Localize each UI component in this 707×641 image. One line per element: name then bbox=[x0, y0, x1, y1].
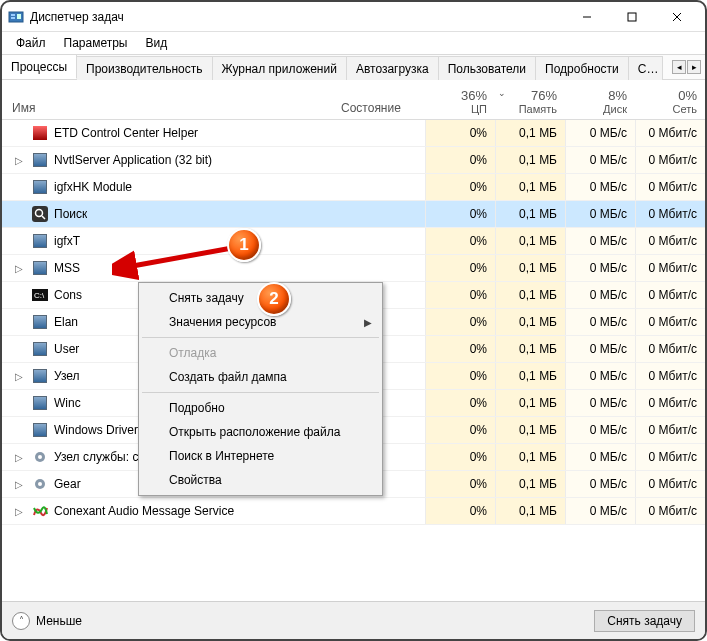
tab-app-history[interactable]: Журнал приложений bbox=[213, 56, 347, 80]
col-disk[interactable]: 8% Диск bbox=[565, 80, 635, 119]
svg-text:C:\: C:\ bbox=[34, 291, 45, 300]
table-row[interactable]: ▷NvtlServer Application (32 bit)0%0,1 МБ… bbox=[2, 147, 705, 174]
window-title: Диспетчер задач bbox=[30, 10, 564, 24]
memory-cell: 0,1 МБ bbox=[495, 147, 565, 173]
context-menu-item[interactable]: Свойства bbox=[141, 468, 380, 492]
tab-scroll-left[interactable]: ◂ bbox=[672, 60, 686, 74]
memory-label: Память bbox=[504, 103, 557, 115]
red-shield-icon bbox=[32, 125, 48, 141]
cpu-cell: 0% bbox=[425, 498, 495, 524]
table-row[interactable]: ▷Conexant Audio Message Service0%0,1 МБ0… bbox=[2, 498, 705, 525]
end-task-button[interactable]: Снять задачу bbox=[594, 610, 695, 632]
close-button[interactable] bbox=[654, 2, 699, 31]
process-name: Conexant Audio Message Service bbox=[54, 504, 234, 518]
col-network[interactable]: 0% Сеть bbox=[635, 80, 705, 119]
context-menu-item[interactable]: Создать файл дампа bbox=[141, 365, 380, 389]
table-row[interactable]: igfxT0%0,1 МБ0 МБ/с0 Мбит/с bbox=[2, 228, 705, 255]
search-icon bbox=[32, 206, 48, 222]
svg-rect-5 bbox=[628, 13, 636, 21]
blue-app-icon bbox=[32, 260, 48, 276]
col-cpu[interactable]: 36% ЦП bbox=[425, 80, 495, 119]
disk-percent: 8% bbox=[574, 88, 627, 103]
svg-point-16 bbox=[38, 482, 42, 486]
expand-icon[interactable]: ▷ bbox=[12, 371, 26, 382]
disk-cell: 0 МБ/с bbox=[565, 309, 635, 335]
sort-indicator: ⌄ bbox=[498, 88, 506, 98]
net-cell: 0 Мбит/с bbox=[635, 336, 705, 362]
context-menu-item[interactable]: Поиск в Интернете bbox=[141, 444, 380, 468]
tab-performance[interactable]: Производительность bbox=[77, 56, 212, 80]
net-cell: 0 Мбит/с bbox=[635, 174, 705, 200]
expand-icon[interactable]: ▷ bbox=[12, 506, 26, 517]
table-row[interactable]: igfxHK Module0%0,1 МБ0 МБ/с0 Мбит/с bbox=[2, 174, 705, 201]
context-menu-item[interactable]: Открыть расположение файла bbox=[141, 420, 380, 444]
cpu-label: ЦП bbox=[434, 103, 487, 115]
col-name[interactable]: Имя bbox=[2, 80, 335, 119]
net-cell: 0 Мбит/с bbox=[635, 228, 705, 254]
menu-file[interactable]: Файл bbox=[8, 34, 54, 52]
memory-cell: 0,1 МБ bbox=[495, 174, 565, 200]
table-row[interactable]: ▷MSS0%0,1 МБ0 МБ/с0 Мбит/с bbox=[2, 255, 705, 282]
svg-rect-3 bbox=[17, 14, 21, 19]
net-cell: 0 Мбит/с bbox=[635, 282, 705, 308]
expand-icon[interactable]: ▷ bbox=[12, 155, 26, 166]
tab-services-truncated[interactable]: С… bbox=[629, 56, 664, 80]
memory-cell: 0,1 МБ bbox=[495, 390, 565, 416]
cpu-cell: 0% bbox=[425, 390, 495, 416]
net-cell: 0 Мбит/с bbox=[635, 417, 705, 443]
svg-point-14 bbox=[38, 455, 42, 459]
tab-startup[interactable]: Автозагрузка bbox=[347, 56, 439, 80]
cpu-cell: 0% bbox=[425, 228, 495, 254]
cpu-cell: 0% bbox=[425, 120, 495, 146]
app-icon bbox=[8, 9, 24, 25]
tab-scroll-right[interactable]: ▸ bbox=[687, 60, 701, 74]
table-row[interactable]: Поиск0%0,1 МБ0 МБ/с0 Мбит/с bbox=[2, 201, 705, 228]
disk-cell: 0 МБ/с bbox=[565, 120, 635, 146]
expand-icon[interactable]: ▷ bbox=[12, 479, 26, 490]
fewer-details-button[interactable]: ˄ Меньше bbox=[12, 612, 82, 630]
expand-icon[interactable]: ▷ bbox=[12, 263, 26, 274]
col-state[interactable]: Состояние bbox=[335, 80, 425, 119]
cpu-cell: 0% bbox=[425, 336, 495, 362]
process-name: Gear bbox=[54, 477, 81, 491]
minimize-button[interactable] bbox=[564, 2, 609, 31]
tab-users[interactable]: Пользователи bbox=[439, 56, 536, 80]
svg-rect-8 bbox=[32, 206, 48, 222]
tab-processes[interactable]: Процессы bbox=[2, 54, 77, 79]
maximize-button[interactable] bbox=[609, 2, 654, 31]
annotation-arrow bbox=[112, 242, 242, 282]
expand-icon[interactable]: ▷ bbox=[12, 452, 26, 463]
net-percent: 0% bbox=[644, 88, 697, 103]
blue-app-icon bbox=[32, 368, 48, 384]
net-cell: 0 Мбит/с bbox=[635, 444, 705, 470]
net-cell: 0 Мбит/с bbox=[635, 309, 705, 335]
disk-cell: 0 МБ/с bbox=[565, 255, 635, 281]
memory-cell: 0,1 МБ bbox=[495, 336, 565, 362]
tab-strip: Процессы Производительность Журнал прило… bbox=[2, 54, 705, 80]
annotation-marker-1: 1 bbox=[227, 228, 261, 262]
cpu-cell: 0% bbox=[425, 147, 495, 173]
cpu-cell: 0% bbox=[425, 417, 495, 443]
menu-options[interactable]: Параметры bbox=[56, 34, 136, 52]
net-cell: 0 Мбит/с bbox=[635, 363, 705, 389]
net-cell: 0 Мбит/с bbox=[635, 147, 705, 173]
cpu-cell: 0% bbox=[425, 201, 495, 227]
menu-view[interactable]: Вид bbox=[137, 34, 175, 52]
net-label: Сеть bbox=[644, 103, 697, 115]
gear-icon bbox=[32, 449, 48, 465]
conexant-icon bbox=[32, 503, 48, 519]
context-menu-item[interactable]: Подробно bbox=[141, 396, 380, 420]
tab-details[interactable]: Подробности bbox=[536, 56, 629, 80]
table-row[interactable]: ETD Control Center Helper0%0,1 МБ0 МБ/с0… bbox=[2, 120, 705, 147]
column-header: Имя Состояние 36% ЦП ⌄ 76% Память 8% Дис… bbox=[2, 80, 705, 120]
statusbar: ˄ Меньше Снять задачу bbox=[2, 601, 705, 639]
col-memory[interactable]: ⌄ 76% Память bbox=[495, 80, 565, 119]
memory-cell: 0,1 МБ bbox=[495, 228, 565, 254]
process-name: Узел bbox=[54, 369, 80, 383]
blue-app-icon bbox=[32, 233, 48, 249]
context-menu-item[interactable]: Значения ресурсов▶ bbox=[141, 310, 380, 334]
disk-cell: 0 МБ/с bbox=[565, 228, 635, 254]
memory-cell: 0,1 МБ bbox=[495, 255, 565, 281]
blue-app-icon bbox=[32, 179, 48, 195]
task-manager-window: Диспетчер задач Файл Параметры Вид Проце… bbox=[0, 0, 707, 641]
